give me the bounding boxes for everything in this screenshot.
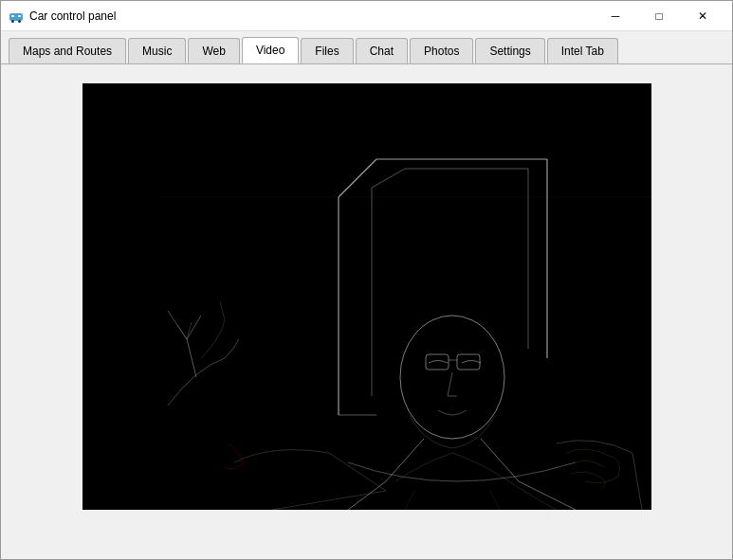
svg-point-4 [18,20,21,23]
window-title: Car control panel [29,9,116,23]
svg-rect-0 [9,13,23,21]
tab-settings[interactable]: Settings [475,38,544,63]
close-button[interactable]: ✕ [681,1,724,31]
svg-rect-5 [82,83,651,510]
svg-rect-1 [11,15,14,17]
edge-detected-image [82,83,651,510]
tab-files[interactable]: Files [301,38,353,63]
content-area [1,64,732,559]
app-icon [9,9,24,24]
minimize-button[interactable]: ─ [594,1,637,31]
tab-chat[interactable]: Chat [356,38,408,63]
svg-point-3 [11,20,14,23]
tab-bar: Maps and Routes Music Web Video Files Ch… [1,31,732,64]
svg-rect-2 [18,15,21,17]
video-frame [82,83,651,510]
edge-svg [82,83,651,510]
title-bar-controls: ─ □ ✕ [594,1,724,31]
title-bar-left: Car control panel [9,9,116,24]
tab-web[interactable]: Web [188,38,239,63]
tab-photos[interactable]: Photos [410,38,473,63]
tab-video[interactable]: Video [242,37,299,63]
tab-music[interactable]: Music [128,38,186,63]
tab-maps[interactable]: Maps and Routes [9,38,126,63]
tab-intel[interactable]: Intel Tab [547,38,618,63]
title-bar: Car control panel ─ □ ✕ [1,1,732,31]
main-window: Car control panel ─ □ ✕ Maps and Routes … [0,0,733,560]
maximize-button[interactable]: □ [637,1,681,31]
